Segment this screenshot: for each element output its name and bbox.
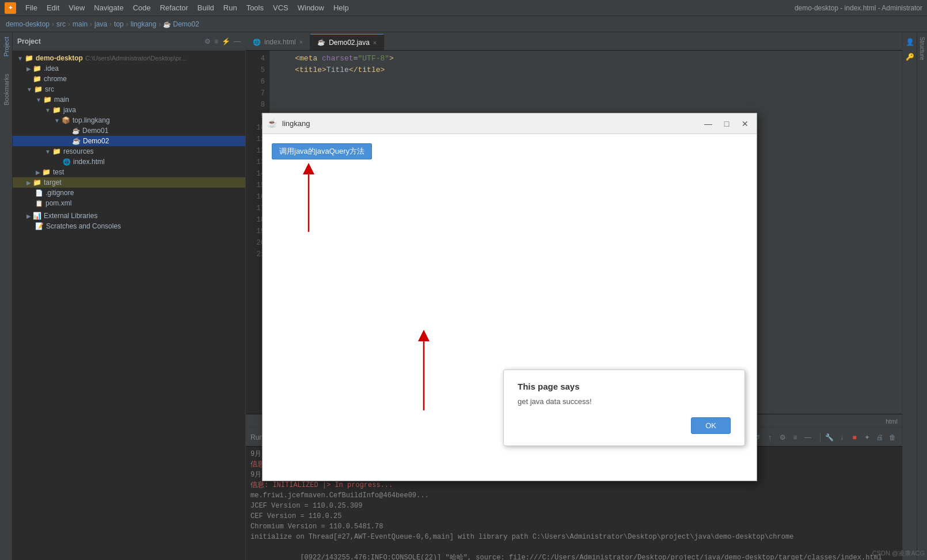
tree-idea[interactable]: ▶ 📁 .idea xyxy=(13,63,245,74)
breadcrumb-demo02[interactable]: ☕Demo02 xyxy=(163,20,199,28)
menu-view[interactable]: View xyxy=(64,1,89,14)
run-down-icon[interactable]: ↓ xyxy=(837,432,847,443)
rs-icon-2[interactable]: 🔑 xyxy=(904,51,915,63)
minimize-icon[interactable]: — xyxy=(234,37,241,45)
breadcrumb-main[interactable]: main xyxy=(73,20,88,28)
cef-titlebar: ☕ lingkang — □ ✕ xyxy=(263,113,757,134)
cef-window-controls: — □ ✕ xyxy=(701,117,752,131)
menu-code[interactable]: Code xyxy=(128,1,155,14)
breadcrumb-lingkang[interactable]: lingkang xyxy=(131,20,157,28)
project-panel-icons: ⚙ ≡ ⚡ — xyxy=(204,37,241,45)
tree-demo01[interactable]: ▶ ☕ Demo01 xyxy=(13,125,245,136)
tree-gitignore[interactable]: ▶ 📄 .gitignore xyxy=(13,188,245,198)
settings-icon[interactable]: ⚡ xyxy=(222,37,230,45)
java-file-icon: ☕ xyxy=(317,39,325,46)
footer-file-type: html xyxy=(886,418,898,425)
run-minus-icon[interactable]: — xyxy=(803,432,813,443)
tree-java[interactable]: ▼ 📁 java xyxy=(13,105,245,115)
run-tool1-icon[interactable]: 🔧 xyxy=(824,432,834,443)
run-output-line-10: [0922/143255.476:INFO:CONSOLE(22)] "哈哈",… xyxy=(250,542,898,560)
alert-ok-button[interactable]: OK xyxy=(691,417,731,434)
cef-window-icon: ☕ xyxy=(267,119,278,129)
left-sidebar: Project Bookmarks xyxy=(0,32,13,560)
html-file-icon: 🌐 xyxy=(253,39,261,46)
window-title: demo-desktop - index.html - Administrato… xyxy=(795,4,922,12)
run-trash-icon[interactable]: 🗑 xyxy=(887,432,898,443)
project-panel: Project ⚙ ≡ ⚡ — ▼ 📁 demo-desktop C:\User… xyxy=(13,32,246,560)
run-layout-icon[interactable]: ≡ xyxy=(790,432,800,443)
tab-close-java[interactable]: × xyxy=(373,39,377,46)
project-panel-header: Project ⚙ ≡ ⚡ — xyxy=(13,32,245,51)
rs-icon-1[interactable]: 👤 xyxy=(904,36,915,48)
run-star-icon[interactable]: ✦ xyxy=(862,432,872,443)
run-output-line-7: CEF Version = 110.0.25 xyxy=(250,511,898,521)
file-tree: ▼ 📁 demo-desktop C:\Users\Administrator\… xyxy=(13,51,245,560)
tree-test[interactable]: ▶ 📁 test xyxy=(13,167,245,177)
breadcrumb-top[interactable]: top xyxy=(114,20,124,28)
alert-title: This page says xyxy=(518,382,731,391)
cef-minimize-button[interactable]: — xyxy=(701,117,715,131)
cef-content: 调用java的javaQuery方法 This page says get ja… xyxy=(263,134,757,481)
menu-navigate[interactable]: Navigate xyxy=(89,1,128,14)
breadcrumb-src[interactable]: src xyxy=(56,20,66,28)
alert-dialog: This page says get java data success! OK xyxy=(503,369,745,446)
code-line-5: <title>Title</title> xyxy=(277,64,895,76)
menu-bar: ✦ File Edit View Navigate Code Refactor … xyxy=(0,0,927,16)
tree-root[interactable]: ▼ 📁 demo-desktop C:\Users\Administrator\… xyxy=(13,53,245,63)
alert-footer: OK xyxy=(518,417,731,434)
gear-icon[interactable]: ⚙ xyxy=(204,37,211,45)
tree-external-libs[interactable]: ▶ 📊 External Libraries xyxy=(13,211,245,221)
run-output-line-9: initialize on Thread[#27,AWT-EventQueue-… xyxy=(250,532,898,542)
run-print-icon[interactable]: 🖨 xyxy=(875,432,885,443)
tab-index-html[interactable]: 🌐 index.html × xyxy=(246,34,310,50)
menu-vcs[interactable]: VCS xyxy=(268,1,293,14)
collapse-icon[interactable]: ≡ xyxy=(214,37,218,45)
java-query-button[interactable]: 调用java的javaQuery方法 xyxy=(272,143,372,159)
structure-sidebar: Structure xyxy=(917,32,927,560)
menu-run[interactable]: Run xyxy=(219,1,242,14)
breadcrumb-demo-desktop[interactable]: demo-desktop xyxy=(6,20,50,28)
tree-resources[interactable]: ▼ 📁 resources xyxy=(13,146,245,157)
bookmarks-sidebar-label[interactable]: Bookmarks xyxy=(3,74,10,105)
tree-demo02[interactable]: ▶ ☕ Demo02 xyxy=(13,136,245,146)
tree-main[interactable]: ▼ 📁 main xyxy=(13,94,245,105)
tree-chrome[interactable]: ▶ 📁 chrome xyxy=(13,74,245,84)
cef-browser-window: ☕ lingkang — □ ✕ 调用java的javaQuery方法 This… xyxy=(262,113,757,481)
breadcrumb-java[interactable]: java xyxy=(94,20,107,28)
tree-scratches[interactable]: ▶ 📝 Scratches and Consoles xyxy=(13,221,245,231)
csdn-badge: CSDN @凌康ACG xyxy=(872,549,925,558)
tree-target[interactable]: ▶ 📁 target xyxy=(13,177,245,188)
menu-refactor[interactable]: Refactor xyxy=(155,1,193,14)
structure-sidebar-label[interactable]: Structure xyxy=(919,37,925,60)
project-panel-title: Project xyxy=(17,37,41,45)
cef-maximize-button[interactable]: □ xyxy=(720,117,734,131)
menu-window[interactable]: Window xyxy=(293,1,329,14)
run-output-line-6: JCEF Version = 110.0.25.309 xyxy=(250,501,898,511)
alert-message: get java data success! xyxy=(518,397,731,406)
tree-src[interactable]: ▼ 📁 src xyxy=(13,84,245,94)
tree-pom[interactable]: ▶ 📋 pom.xml xyxy=(13,198,245,208)
tab-close-html[interactable]: × xyxy=(299,39,303,45)
breadcrumb: demo-desktop › src › main › java › top ›… xyxy=(0,16,927,32)
menu-file[interactable]: File xyxy=(21,1,42,14)
right-sidebar: 👤 🔑 xyxy=(902,32,917,560)
code-line-4: <meta charset="UTF-8"> xyxy=(277,53,895,64)
run-up-icon[interactable]: ↑ xyxy=(765,432,775,443)
run-output-line-5: me.friwi.jcefmaven.CefBuildInfo@464bee09… xyxy=(250,490,898,501)
run-settings-icon[interactable]: ⚙ xyxy=(777,432,788,443)
run-stop-icon[interactable]: ■ xyxy=(849,432,860,443)
tree-top-lingkang[interactable]: ▼ 📦 top.lingkang xyxy=(13,115,245,125)
run-output-line-8: Chromium Version = 110.0.5481.78 xyxy=(250,521,898,532)
run-output-line-4: 信息: INITIALIZED |> In progress... xyxy=(250,480,898,490)
menu-edit[interactable]: Edit xyxy=(42,1,64,14)
tree-index-html[interactable]: ▶ 🌐 index.html xyxy=(13,157,245,167)
app-logo: ✦ xyxy=(5,2,16,14)
cef-close-button[interactable]: ✕ xyxy=(738,117,752,131)
menu-help[interactable]: Help xyxy=(329,1,354,14)
cef-window-title: lingkang xyxy=(282,119,310,128)
project-sidebar-label[interactable]: Project xyxy=(3,37,10,56)
tab-bar: 🌐 index.html × ☕ Demo02.java × xyxy=(246,32,902,51)
tab-demo02-java[interactable]: ☕ Demo02.java × xyxy=(310,34,384,50)
menu-build[interactable]: Build xyxy=(193,1,219,14)
menu-tools[interactable]: Tools xyxy=(242,1,268,14)
